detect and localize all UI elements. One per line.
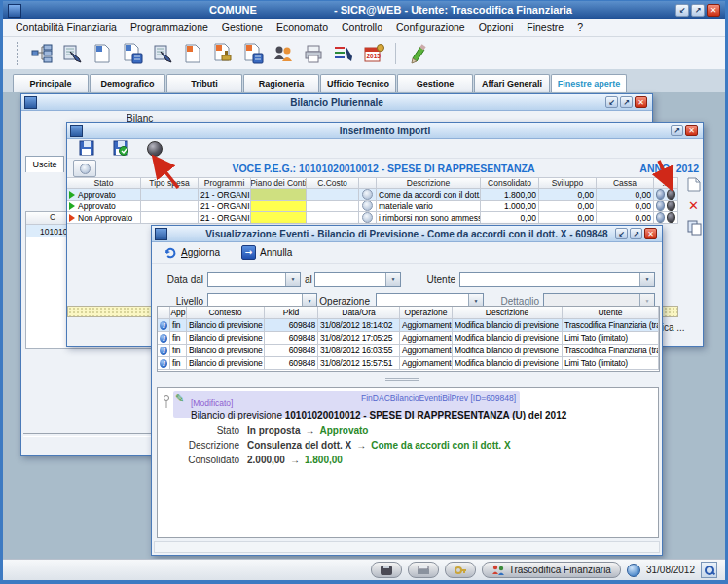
globe-icon[interactable] xyxy=(667,212,675,223)
save-icon[interactable] xyxy=(79,140,94,160)
statusbar-user-button[interactable]: Trascodifica Finanziaria xyxy=(482,562,621,578)
minimize-icon[interactable]: ↙ xyxy=(615,228,628,239)
save-check-icon[interactable] xyxy=(113,140,128,160)
menu-item-help[interactable]: ? xyxy=(570,19,590,36)
col-programmi[interactable]: Programmi xyxy=(199,177,251,189)
col-pkid[interactable]: Pkid xyxy=(265,307,318,319)
maximize-icon[interactable]: ↗ xyxy=(671,125,683,136)
document-orange-icon[interactable] xyxy=(181,42,204,65)
tab-demografico[interactable]: Demografico xyxy=(90,74,165,92)
delete-row-icon[interactable]: ✕ xyxy=(688,200,699,212)
menu-item-contabilita[interactable]: Contabilità Finanziaria xyxy=(9,19,124,36)
tab-principale[interactable]: Principale xyxy=(13,74,89,92)
col-descrizione[interactable]: Descrizione xyxy=(453,307,563,319)
col-dataora[interactable]: Data/Ora xyxy=(318,307,400,319)
importo-row-2[interactable]: Approvato 21 - ORGANI IST materiale vari… xyxy=(67,201,678,212)
col-sviluppo[interactable]: Sviluppo xyxy=(539,177,597,189)
close-icon[interactable]: ✕ xyxy=(635,96,647,108)
col-stato[interactable]: Stato xyxy=(67,177,141,189)
tab-affari-generali[interactable]: Affari Generali xyxy=(474,74,550,92)
copy-row-button[interactable] xyxy=(687,220,703,239)
statusbar-print-button[interactable] xyxy=(408,562,439,578)
close-icon[interactable]: ✕ xyxy=(707,4,720,17)
document-blue-icon[interactable] xyxy=(91,42,114,65)
users-icon[interactable] xyxy=(272,42,295,65)
data-al-combo[interactable]: ▼ xyxy=(314,272,401,287)
toolbar-grip[interactable] xyxy=(17,42,21,65)
utente-combo[interactable]: ▼ xyxy=(459,272,655,287)
data-dal-combo[interactable]: ▼ xyxy=(207,272,301,287)
close-icon[interactable]: ✕ xyxy=(644,228,657,239)
gear-icon[interactable] xyxy=(656,189,665,200)
globe-icon[interactable] xyxy=(667,189,675,200)
new-row-button[interactable] xyxy=(687,177,703,192)
detail-node[interactable]: ✎ [Modificato] FinDACBilancioEventiBilPr… xyxy=(173,391,520,418)
gear-icon[interactable] xyxy=(656,212,665,223)
magnifier-button[interactable] xyxy=(701,562,717,578)
annulla-button[interactable]: → Annulla xyxy=(236,242,298,263)
pencil-icon[interactable] xyxy=(406,42,429,65)
minimize-icon[interactable]: ↙ xyxy=(675,4,689,17)
document-calc-blue-icon[interactable] xyxy=(121,42,144,65)
menu-item-configurazione[interactable]: Configurazione xyxy=(389,19,472,36)
calendar-money-icon[interactable]: 2015 xyxy=(362,42,385,65)
col-operazione[interactable]: Operazione xyxy=(400,307,453,319)
maximize-icon[interactable]: ↗ xyxy=(691,4,705,17)
minimize-icon[interactable]: ↙ xyxy=(605,96,618,108)
tab-finestre-aperte[interactable]: Finestre aperte xyxy=(551,74,627,92)
voice-button[interactable] xyxy=(73,160,96,177)
piano-conti-cell[interactable] xyxy=(251,201,307,212)
col-tipo-spesa[interactable]: Tipo spesa xyxy=(141,177,199,189)
maximize-icon[interactable]: ↗ xyxy=(630,228,642,239)
menu-item-programmazione[interactable]: Programmazione xyxy=(124,19,215,36)
col-app[interactable]: App xyxy=(170,307,187,319)
document-calc-orange-icon[interactable] xyxy=(241,42,265,65)
menu-item-opzioni[interactable]: Opzioni xyxy=(472,19,521,36)
tab-gestione[interactable]: Gestione xyxy=(397,74,473,92)
col-utente[interactable]: Utente xyxy=(563,307,659,319)
printer-icon[interactable] xyxy=(302,42,325,65)
col-ccosto[interactable]: C.Costo xyxy=(307,177,359,189)
globe-icon[interactable] xyxy=(667,201,675,211)
col-descrizione[interactable]: Descrizione xyxy=(377,177,481,189)
maximize-icon[interactable]: ↗ xyxy=(620,96,633,108)
scroll-pen-icon[interactable] xyxy=(60,42,84,65)
evento-row-4[interactable]: i fin Bilancio di previsione 609848 31/0… xyxy=(158,357,659,370)
globe-icon[interactable] xyxy=(147,141,163,157)
inserimento-title-bar[interactable]: Inserimento importi ↗ ✕ xyxy=(67,123,703,139)
tab-ragioneria[interactable]: Ragioneria xyxy=(243,74,319,92)
gear-icon[interactable] xyxy=(656,201,665,211)
col-consolidato[interactable]: Consolidato xyxy=(481,177,539,189)
statusbar-save-button[interactable] xyxy=(371,562,402,578)
tab-uscite[interactable]: Uscite xyxy=(25,156,64,172)
col-contesto[interactable]: Contesto xyxy=(187,307,265,319)
document-stamp-icon[interactable] xyxy=(211,42,235,65)
col-more[interactable]: ... xyxy=(654,177,678,189)
aggiorna-button[interactable]: Aggiorna xyxy=(158,242,226,262)
close-icon[interactable]: ✕ xyxy=(685,125,698,136)
eventi-title-bar[interactable]: Visualizzazione Eventi - Bilancio di Pre… xyxy=(152,226,662,242)
statusbar-key-button[interactable] xyxy=(445,562,476,578)
evento-row-1[interactable]: i fin Bilancio di previsione 609848 31/0… xyxy=(158,319,659,332)
title-bar[interactable]: COMUNE - SICR@WEB - Utente: Trascodifica… xyxy=(3,1,725,19)
evento-row-2[interactable]: i fin Bilancio di previsione 609848 31/0… xyxy=(158,332,659,345)
amounts-pen-icon[interactable] xyxy=(332,42,355,65)
importo-row-1[interactable]: Approvato 21 - ORGANI IST Come da accord… xyxy=(67,189,678,201)
menu-item-controllo[interactable]: Controllo xyxy=(335,19,389,36)
bilancio-title-bar[interactable]: Bilancio Pluriennale ↙ ↗ ✕ xyxy=(21,94,652,111)
menu-item-finestre[interactable]: Finestre xyxy=(520,19,570,36)
hierarchy-icon[interactable] xyxy=(30,42,54,65)
splitter-handle[interactable] xyxy=(385,376,419,382)
menu-item-gestione[interactable]: Gestione xyxy=(215,19,270,36)
tab-ufficio-tecnico[interactable]: Ufficio Tecnico xyxy=(320,74,396,92)
col-piano-conti[interactable]: Piano dei Conti xyxy=(251,177,307,189)
evento-row-3[interactable]: i fin Bilancio di previsione 609848 31/0… xyxy=(158,345,659,357)
importo-row-3[interactable]: Non Approvato 21 - ORGANI IST i rimborsi… xyxy=(67,212,678,224)
piano-conti-cell[interactable] xyxy=(251,212,307,224)
menu-item-economato[interactable]: Economato xyxy=(270,19,335,36)
scroll-pen-icon[interactable] xyxy=(151,42,174,65)
piano-conti-cell[interactable] xyxy=(251,189,307,201)
col-cassa[interactable]: Cassa xyxy=(597,177,654,189)
tab-tributi[interactable]: Tributi xyxy=(166,74,242,92)
tree-node-icon[interactable] xyxy=(162,394,171,414)
